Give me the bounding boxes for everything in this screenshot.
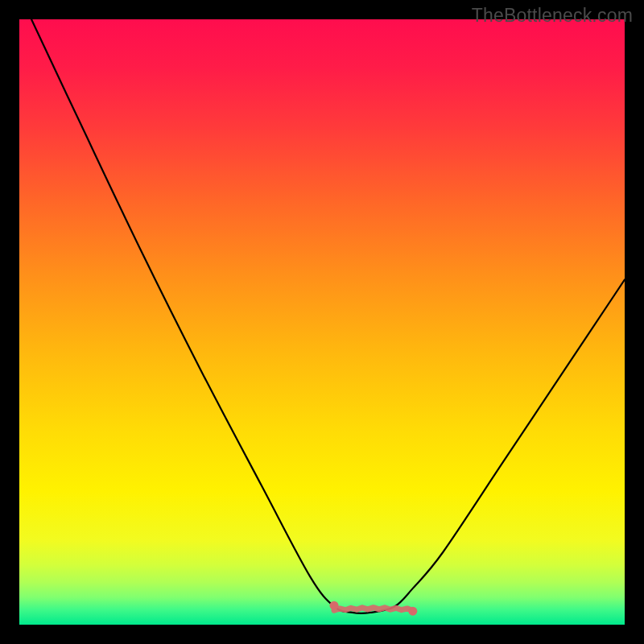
- plot-area: [19, 19, 625, 625]
- chart-container: TheBottleneck.com: [0, 0, 644, 644]
- watermark-text: TheBottleneck.com: [472, 5, 633, 27]
- svg-rect-0: [19, 19, 625, 625]
- gradient-background: [19, 19, 625, 625]
